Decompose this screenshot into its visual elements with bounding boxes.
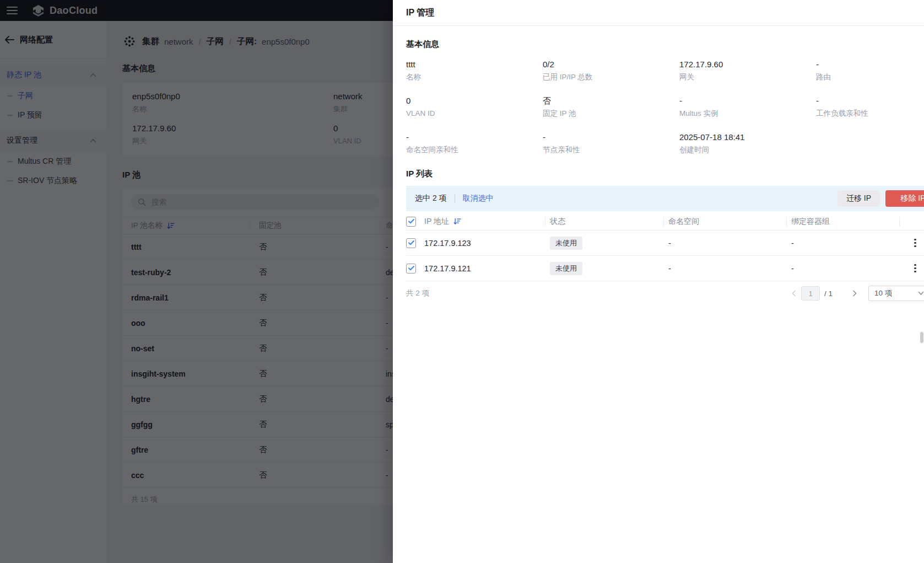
status-badge: 未使用 [550,262,582,275]
field-fixed-pool: 否固定 IP 池 [543,96,679,118]
chevron-down-icon [918,291,924,296]
ip-address: 172.17.9.121 [424,264,471,273]
row-checkbox[interactable] [406,238,416,248]
table-row[interactable]: 172.17.9.123 未使用 - - [406,230,924,256]
selection-toolbar: 选中 2 项 取消选中 迁移 IP 移除 IP [406,186,924,211]
field-created-at: 2025-07-18 18:41创建时间 [679,132,816,154]
page-prev-icon[interactable] [791,290,797,297]
field-used-ip: 0/2已用 IP/IP 总数 [543,60,679,82]
ip-address: 172.17.9.123 [424,239,471,248]
ip-list-table-header: IP 地址 状态 命名空间 绑定容器组 [406,213,924,230]
actions-column [900,217,924,226]
status-badge: 未使用 [550,237,582,250]
clear-selection-link[interactable]: 取消选中 [463,194,494,203]
divider [455,194,455,203]
scrollbar-thumb[interactable] [920,332,923,343]
sort-icon[interactable] [453,218,461,225]
field-node-affinity: -节点亲和性 [543,132,679,154]
pagination-bar: 共 2 项 / 1 10 项 [406,285,924,302]
remove-ip-button[interactable]: 移除 IP [885,190,924,207]
page-size-select[interactable]: 10 项 [868,286,924,301]
drawer-basic-info-grid: tttt名称 0/2已用 IP/IP 总数 172.17.9.60网关 -路由 … [406,60,924,154]
ip-management-drawer: IP 管理 基本信息 tttt名称 0/2已用 IP/IP 总数 172.17.… [393,0,924,563]
field-name: tttt名称 [406,60,543,82]
field-route: -路由 [816,60,924,82]
page-total: / 1 [824,289,837,298]
field-gateway: 172.17.9.60网关 [679,60,816,82]
row-actions-kebab-icon[interactable] [912,237,924,250]
page-next-icon[interactable] [852,290,857,297]
ip-list-title: IP 列表 [406,169,924,178]
drawer-basic-info-title: 基本信息 [406,39,924,49]
drawer-title: IP 管理 [393,0,924,26]
field-multus: -Multus 实例 [679,96,816,118]
field-vlan: 0VLAN ID [406,96,543,118]
row-actions-kebab-icon[interactable] [912,262,924,275]
page-number-input[interactable] [801,286,820,301]
ip-list-table: IP 地址 状态 命名空间 绑定容器组 172. [406,213,924,281]
field-workload-affinity: -工作负载亲和性 [816,96,924,118]
app-window: DaoCloud 网络配置 静态 IP 池 子网 IP 预留 设置管理 [0,0,924,563]
table-row[interactable]: 172.17.9.121 未使用 - - [406,256,924,281]
migrate-ip-button[interactable]: 迁移 IP [837,190,880,207]
selected-count: 选中 2 项 [415,194,447,203]
field-namespace-affinity: -命名空间亲和性 [406,132,543,154]
select-all-checkbox[interactable] [406,217,416,227]
row-checkbox[interactable] [406,264,416,274]
ip-list-total: 共 2 项 [406,288,429,298]
